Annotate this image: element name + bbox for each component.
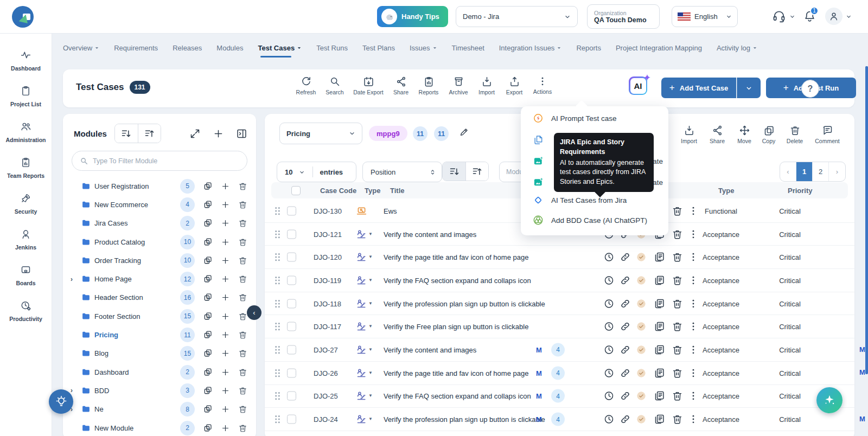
module-sort-asc-button[interactable] — [138, 124, 161, 143]
delete-module-icon[interactable] — [238, 349, 247, 358]
add-submodule-icon[interactable] — [221, 256, 230, 265]
bulk-comment-button[interactable]: Comment — [811, 125, 844, 144]
test-case-row-djo-25[interactable]: DJO-25 ▼ Verify the FAQ section expand a… — [265, 385, 854, 408]
person-type-icon[interactable]: ▼ — [356, 298, 373, 309]
duplicate-module-icon[interactable]: 1 — [203, 293, 213, 303]
link-icon[interactable] — [620, 274, 631, 286]
link-icon[interactable] — [620, 252, 631, 263]
module-row-product-catalog[interactable]: Product Catalog 10 1 — [63, 233, 256, 251]
link-icon[interactable] — [620, 414, 631, 425]
tab-test-plans[interactable]: Test Plans — [362, 34, 395, 61]
case-title[interactable]: Verify the page title and fav icon of ho… — [384, 369, 528, 377]
history-clock-icon[interactable] — [603, 414, 615, 425]
test-case-row-djo-27[interactable]: DJO-27 ▼ Verify the content and images M… — [265, 338, 854, 362]
test-case-row-djo-118[interactable]: DJO-118 ▼ Verify the profession plan sig… — [265, 292, 854, 316]
sidebar-item-project-list[interactable]: Project List — [10, 84, 41, 107]
drag-handle[interactable] — [273, 368, 282, 378]
laptop-type-icon[interactable] — [356, 205, 367, 216]
delete-module-icon[interactable] — [238, 219, 247, 228]
expand-modules-icon[interactable] — [189, 128, 201, 139]
row-checkbox[interactable] — [287, 206, 296, 215]
delete-module-icon[interactable] — [238, 386, 247, 395]
delete-case-icon[interactable] — [672, 205, 683, 216]
case-title[interactable]: Verify the FAQ section expand and collap… — [384, 392, 531, 400]
add-submodule-icon[interactable] — [221, 238, 230, 247]
project-select[interactable]: Demo - Jira — [456, 6, 578, 27]
toolbar-search-button[interactable]: Search — [317, 76, 353, 95]
test-case-row-djo-24[interactable]: DJO-24 ▼ Verify the profession plan sign… — [265, 408, 854, 431]
approved-check-icon[interactable] — [636, 252, 647, 262]
history-clock-icon[interactable] — [603, 298, 615, 309]
collapse-panel-icon[interactable] — [236, 128, 247, 139]
row-kebab-icon[interactable] — [688, 275, 699, 286]
add-submodule-icon[interactable] — [221, 424, 230, 433]
delete-module-icon[interactable] — [238, 274, 247, 284]
approved-check-icon[interactable] — [636, 298, 647, 309]
duplicate-module-icon[interactable]: 1 — [203, 219, 213, 228]
sidebar-item-team-reports[interactable]: Team Reports — [7, 155, 44, 179]
notifications-bell-icon[interactable]: 1 — [803, 10, 816, 23]
row-kebab-icon[interactable] — [688, 344, 699, 355]
approved-check-icon[interactable] — [636, 368, 647, 379]
help-button[interactable]: ? — [801, 80, 819, 98]
duplicate-module-icon[interactable]: 1 — [203, 349, 213, 358]
pagination-next[interactable]: › — [829, 162, 845, 181]
user-avatar[interactable] — [825, 8, 843, 25]
history-clock-icon[interactable] — [603, 321, 615, 332]
tab-modules[interactable]: Modules — [216, 34, 243, 61]
row-checkbox[interactable] — [287, 345, 296, 354]
drag-handle[interactable] — [273, 252, 282, 262]
add-submodule-icon[interactable] — [221, 312, 230, 321]
duplicate-module-icon[interactable]: 1 — [203, 367, 213, 377]
sort-field-select[interactable]: Position — [362, 162, 442, 182]
add-submodule-icon[interactable] — [221, 200, 230, 209]
module-row-blog[interactable]: Blog 15 1 — [63, 344, 256, 363]
module-row-order-tracking[interactable]: Order Tracking 10 1 — [63, 251, 256, 270]
person-type-icon[interactable]: ▼ — [356, 229, 373, 240]
tab-project-integration-mapping[interactable]: Project Integration Mapping — [616, 34, 702, 61]
delete-module-icon[interactable] — [238, 368, 247, 377]
row-kebab-icon[interactable] — [688, 298, 699, 309]
row-kebab-icon[interactable] — [688, 229, 699, 240]
row-kebab-icon[interactable] — [688, 321, 699, 332]
duplicate-module-icon[interactable]: 1 — [203, 200, 213, 209]
person-type-icon[interactable]: ▼ — [356, 390, 373, 401]
tab-activity-log[interactable]: Activity log — [717, 34, 757, 61]
tab-integration-issues[interactable]: Integration Issues — [499, 34, 562, 61]
organization-box[interactable]: Organization QA Touch Demo — [587, 4, 660, 29]
link-icon[interactable] — [620, 367, 631, 379]
row-checkbox[interactable] — [287, 229, 296, 239]
test-steps-icon[interactable] — [654, 298, 665, 309]
drag-handle[interactable] — [273, 298, 282, 309]
duplicate-module-icon[interactable]: 1 — [203, 274, 213, 284]
duplicate-module-icon[interactable]: 1 — [203, 386, 213, 395]
module-row-dashboard[interactable]: Dashboard 2 1 — [63, 363, 256, 381]
add-submodule-icon[interactable] — [221, 182, 230, 191]
approved-check-icon[interactable] — [636, 321, 647, 332]
duplicate-module-icon[interactable]: 1 — [203, 311, 213, 321]
language-select[interactable]: English — [672, 6, 738, 27]
test-steps-icon[interactable] — [654, 252, 665, 263]
history-clock-icon[interactable] — [603, 367, 615, 379]
row-kebab-icon[interactable] — [688, 252, 699, 262]
add-submodule-icon[interactable] — [221, 293, 230, 302]
drag-handle[interactable] — [273, 206, 282, 216]
test-steps-icon[interactable] — [654, 414, 665, 425]
tab-test-cases[interactable]: Test Cases — [258, 34, 302, 61]
module-sort-desc-button[interactable] — [115, 124, 138, 143]
add-submodule-icon[interactable] — [221, 386, 230, 395]
handy-tips-button[interactable]: Handy Tips — [377, 6, 448, 27]
person-type-icon[interactable]: ▼ — [356, 252, 373, 262]
approved-check-icon[interactable] — [636, 414, 647, 425]
sidebar-item-security[interactable]: Security — [15, 191, 37, 215]
test-case-row-djo-26[interactable]: DJO-26 ▼ Verify the page title and fav i… — [265, 362, 854, 385]
duplicate-module-icon[interactable]: 1 — [203, 423, 213, 433]
person-type-icon[interactable]: ▼ — [356, 344, 373, 355]
person-type-icon[interactable]: ▼ — [356, 368, 373, 379]
module-select[interactable]: Pricing — [279, 123, 362, 144]
module-row-user-registration[interactable]: User Registration 5 1 — [63, 177, 256, 195]
test-steps-icon[interactable] — [654, 274, 665, 286]
row-checkbox[interactable] — [287, 253, 296, 262]
expand-chevron-icon[interactable]: › — [71, 275, 81, 283]
test-steps-icon[interactable] — [654, 390, 665, 402]
